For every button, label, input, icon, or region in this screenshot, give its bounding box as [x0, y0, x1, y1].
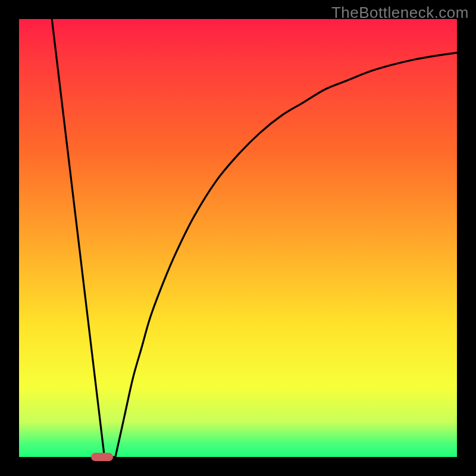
chart-svg: [19, 19, 457, 457]
optimum-marker: [91, 453, 113, 462]
plot-area: [19, 19, 457, 457]
curve-path: [52, 19, 457, 457]
chart-frame: TheBottleneck.com: [0, 0, 476, 476]
